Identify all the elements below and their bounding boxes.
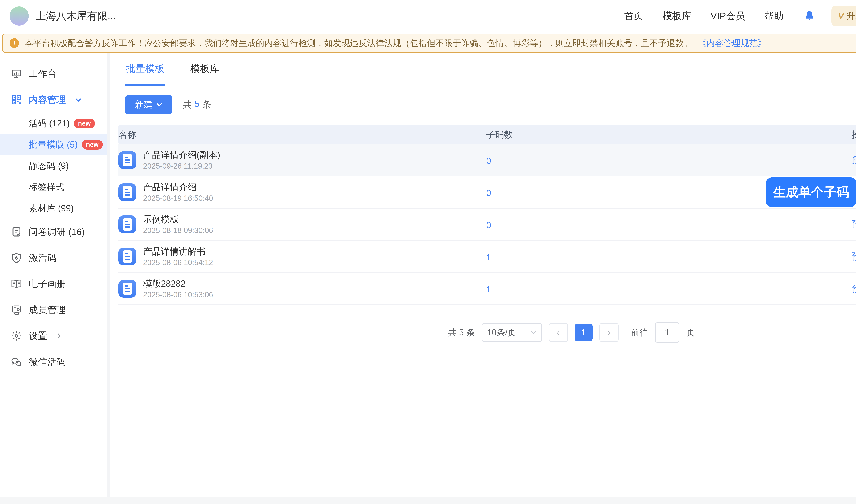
sidebar-label: 微信活码: [29, 356, 66, 368]
table-row[interactable]: 示例模板 2025-08-18 09:30:06 0 预览 编辑 生成子码 更多: [118, 209, 856, 241]
current-page-button[interactable]: 1: [575, 324, 593, 341]
count-prefix: 共: [183, 99, 192, 111]
vip-v-icon: V: [838, 12, 844, 21]
preview-link[interactable]: 预览: [852, 218, 856, 230]
generate-single-subcode-callout: 生成单个子码: [766, 177, 856, 207]
sidebar-item-ebook[interactable]: 电子画册: [0, 271, 107, 297]
count-suffix: 条: [202, 99, 211, 111]
subcode-count-link[interactable]: 0: [486, 188, 491, 198]
preview-link[interactable]: 预览: [852, 251, 856, 263]
upgrade-renew-button[interactable]: V 升级/续费: [831, 6, 856, 26]
preview-link[interactable]: 预览: [852, 283, 856, 295]
anti-fraud-banner: ! 本平台积极配合警方反诈工作！应公安部要求，我们将对生成的内容进行检测，如发现…: [2, 34, 856, 53]
nav-help[interactable]: 帮助: [764, 10, 783, 22]
chevron-right-icon: [57, 333, 61, 339]
template-date: 2025-08-18 09:30:06: [143, 225, 213, 235]
template-date: 2025-08-19 16:50:40: [143, 193, 213, 203]
pagination: 共 5 条 10条/页 ‹ 1 › 前往 页: [109, 322, 856, 343]
app-root: 上海八木屋有限... 首页 模板库 VIP会员 帮助 V 升级/续费 VIP N…: [0, 0, 856, 504]
sidebar-item-wechat-live-code[interactable]: 微信活码: [0, 349, 107, 375]
subcode-count-link[interactable]: 0: [486, 156, 491, 166]
main-area: 工作台 内容管理 活码 (121) new 批量模版 (5) new 静态码: [0, 53, 856, 497]
sidebar-item-activation-codes[interactable]: 激活码: [0, 245, 107, 271]
template-doc-icon: [118, 280, 136, 298]
sidebar-item-batch-templates[interactable]: 批量模版 (5) new: [0, 134, 107, 155]
sidebar-item-static-codes[interactable]: 静态码 (9): [0, 155, 107, 177]
member-icon: [11, 304, 22, 316]
notification-bell-icon[interactable]: [804, 10, 815, 22]
bottom-scrollbar-track[interactable]: [0, 497, 856, 504]
count-value: 5: [194, 99, 200, 111]
content-policy-link[interactable]: 《内容管理规范》: [698, 37, 766, 49]
template-table: 名称 子码数 操作 产品详情介绍(副本) 2025-09-26 11:19:23…: [118, 125, 856, 305]
tabs-bar: 批量模板 模板库: [109, 53, 856, 86]
sidebar-label: 成员管理: [29, 304, 66, 316]
new-badge: new: [74, 119, 95, 128]
new-badge: new: [82, 140, 103, 150]
nav-vip[interactable]: VIP会员: [711, 10, 745, 22]
subcode-count-link[interactable]: 1: [486, 284, 491, 294]
sidebar-item-survey[interactable]: 问卷调研 (16): [0, 219, 107, 245]
template-name: 模版28282: [143, 277, 213, 290]
template-date: 2025-09-26 11:19:23: [143, 161, 220, 171]
new-button[interactable]: 新建: [125, 95, 172, 114]
new-button-label: 新建: [135, 99, 153, 111]
table-row[interactable]: 产品详情介绍(副本) 2025-09-26 11:19:23 0 预览 编辑 生…: [118, 144, 856, 177]
page-size-select[interactable]: 10条/页: [482, 323, 542, 342]
goto-label: 前往: [631, 327, 648, 338]
sidebar-label: 工作台: [29, 68, 56, 80]
template-doc-icon: [118, 215, 136, 233]
sidebar-item-label-styles[interactable]: 标签样式: [0, 177, 107, 198]
next-page-button[interactable]: ›: [599, 323, 619, 342]
prev-page-button[interactable]: ‹: [549, 323, 568, 342]
template-doc-icon: [118, 151, 136, 169]
row-actions: 预览 编辑 生成子码 更多: [852, 154, 856, 166]
shield-key-icon: [11, 252, 22, 263]
tab-template-library[interactable]: 模板库: [190, 53, 220, 86]
top-bar: 上海八木屋有限... 首页 模板库 VIP会员 帮助 V 升级/续费 VIP N…: [0, 0, 856, 32]
table-row[interactable]: 模版28282 2025-08-06 10:53:06 1 预览 编辑 生成子码…: [118, 273, 856, 305]
template-doc-icon: [118, 248, 136, 266]
table-row[interactable]: 产品详情讲解书 2025-08-06 10:54:12 1 预览 编辑 生成子码…: [118, 241, 856, 273]
dashboard-icon: [11, 68, 22, 79]
top-nav: 首页 模板库 VIP会员 帮助: [624, 10, 783, 22]
sidebar-label: 标签样式: [29, 181, 64, 193]
template-doc-icon: [118, 183, 136, 201]
nav-template-library[interactable]: 模板库: [663, 10, 691, 22]
qr-grid-icon: [11, 94, 22, 105]
chevron-down-icon: [75, 98, 82, 102]
book-icon: [11, 278, 22, 289]
wechat-icon: [11, 356, 22, 367]
subcode-count-link[interactable]: 0: [486, 220, 491, 230]
sidebar-item-material-library[interactable]: 素材库 (99): [0, 198, 107, 219]
subcode-count-link[interactable]: 1: [486, 252, 491, 262]
tab-batch-template[interactable]: 批量模板: [125, 53, 165, 86]
template-date: 2025-08-06 10:53:06: [143, 290, 213, 300]
sidebar-item-settings[interactable]: 设置: [0, 323, 107, 349]
page-size-value: 10条/页: [487, 327, 516, 338]
sidebar-label: 素材库 (99): [29, 202, 74, 214]
template-name: 示例模板: [143, 213, 213, 225]
sidebar-item-workbench[interactable]: 工作台: [0, 61, 107, 87]
chevron-down-icon: [531, 331, 536, 334]
preview-link[interactable]: 预览: [852, 154, 856, 166]
banner-text: 本平台积极配合警方反诈工作！应公安部要求，我们将对生成的内容进行检测，如发现违反…: [25, 37, 692, 49]
nav-home[interactable]: 首页: [624, 10, 644, 22]
sidebar-label: 激活码: [29, 252, 56, 264]
template-name: 产品详情介绍(副本): [143, 149, 220, 161]
sidebar-item-content-management[interactable]: 内容管理: [0, 87, 107, 113]
sidebar-item-member-management[interactable]: 成员管理: [0, 297, 107, 323]
content-panel: 批量模板 模板库 新建 共 5 条: [109, 53, 856, 497]
goto-page-input[interactable]: [655, 322, 680, 343]
template-date: 2025-08-06 10:54:12: [143, 257, 213, 268]
sidebar-divider: [107, 53, 109, 497]
sidebar: 工作台 内容管理 活码 (121) new 批量模版 (5) new 静态码: [0, 53, 107, 497]
header-actions: 操作: [852, 129, 856, 141]
pagination-total: 共 5 条: [448, 327, 475, 338]
sidebar-label: 问卷调研 (16): [29, 226, 85, 238]
toolbar: 新建 共 5 条: [109, 95, 856, 114]
table-row[interactable]: 产品详情介绍 2025-08-19 16:50:40 0 预览 编辑 生成子码 …: [118, 177, 856, 209]
org-logo[interactable]: [10, 6, 29, 26]
warning-icon: !: [10, 38, 19, 48]
sidebar-item-live-codes[interactable]: 活码 (121) new: [0, 113, 107, 134]
